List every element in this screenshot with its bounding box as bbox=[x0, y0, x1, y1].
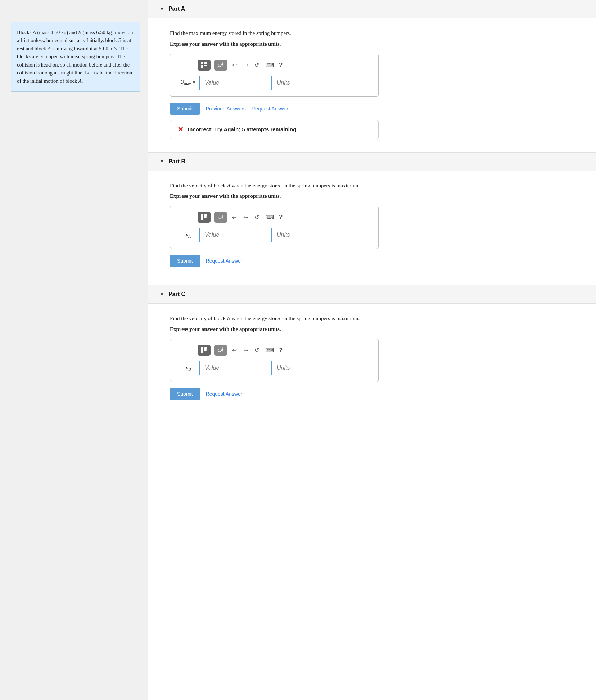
part-b-var-label: vA = bbox=[176, 232, 196, 238]
part-b-submit-button[interactable]: Submit bbox=[170, 255, 200, 267]
part-b-section: ▼ Part B Find the velocity of block A wh… bbox=[148, 153, 596, 286]
part-a-mu-button[interactable]: μÅ bbox=[214, 60, 227, 71]
part-b-toolbar: μÅ ↩ ↪ ↺ ⌨ ? bbox=[176, 212, 372, 223]
part-c-content: Find the velocity of block B when the en… bbox=[148, 304, 596, 418]
part-c-mu-button[interactable]: μÅ bbox=[214, 345, 227, 356]
svg-rect-11 bbox=[204, 350, 207, 351]
part-a-input-row: Umax = bbox=[176, 76, 372, 90]
svg-rect-3 bbox=[204, 65, 207, 66]
part-b-grid-button[interactable] bbox=[198, 212, 211, 223]
part-c-input-row: vB = bbox=[176, 361, 372, 375]
part-a-refresh-button[interactable]: ↺ bbox=[253, 61, 261, 69]
incorrect-message: Incorrect; Try Again; 5 attempts remaini… bbox=[188, 126, 296, 132]
part-b-answer-box: μÅ ↩ ↪ ↺ ⌨ ? vA = bbox=[170, 206, 379, 249]
part-c-grid-button[interactable] bbox=[198, 345, 211, 356]
part-a-previous-answers-button[interactable]: Previous Answers bbox=[206, 106, 246, 112]
svg-rect-6 bbox=[201, 217, 203, 220]
svg-rect-10 bbox=[201, 350, 203, 353]
part-a-title: Part A bbox=[168, 6, 185, 12]
part-b-express: Express your answer with the appropriate… bbox=[170, 193, 574, 199]
right-panel: ▼ Part A Find the maximum energy stored … bbox=[148, 0, 596, 700]
part-b-chevron-icon[interactable]: ▼ bbox=[160, 159, 164, 164]
part-a-redo-button[interactable]: ↪ bbox=[242, 61, 249, 69]
part-a-value-input[interactable] bbox=[199, 76, 271, 90]
grid-icon-c bbox=[200, 347, 208, 354]
mu-label-c: μÅ bbox=[218, 348, 224, 353]
part-c-redo-button[interactable]: ↪ bbox=[242, 346, 249, 354]
part-a-var-label: Umax = bbox=[176, 79, 196, 86]
part-c-header: ▼ Part C bbox=[148, 285, 596, 304]
part-c-undo-button[interactable]: ↩ bbox=[231, 346, 238, 354]
mu-label: μÅ bbox=[218, 63, 224, 67]
part-a-chevron-icon[interactable]: ▼ bbox=[160, 6, 164, 12]
part-c-value-input[interactable] bbox=[199, 361, 271, 375]
part-a-header: ▼ Part A bbox=[148, 0, 596, 18]
part-b-request-answer-button[interactable]: Request Answer bbox=[206, 258, 243, 264]
part-a-toolbar: μÅ ↩ ↪ ↺ ⌨ ? bbox=[176, 60, 372, 71]
part-b-units-input[interactable] bbox=[271, 228, 329, 242]
part-c-question: Find the velocity of block B when the en… bbox=[170, 314, 574, 323]
problem-text: Blocks A (mass 4.50 kg) and B (mass 6.50… bbox=[17, 28, 134, 85]
incorrect-x-icon: ✕ bbox=[177, 125, 184, 134]
part-b-action-row: Submit Request Answer bbox=[170, 255, 574, 267]
part-a-units-input[interactable] bbox=[271, 76, 329, 90]
part-a-submit-button[interactable]: Submit bbox=[170, 103, 200, 115]
svg-rect-1 bbox=[204, 62, 207, 64]
part-b-undo-button[interactable]: ↩ bbox=[231, 213, 238, 222]
part-b-refresh-button[interactable]: ↺ bbox=[253, 213, 261, 222]
part-c-toolbar: μÅ ↩ ↪ ↺ ⌨ ? bbox=[176, 345, 372, 356]
svg-rect-4 bbox=[201, 214, 203, 217]
part-b-title: Part B bbox=[168, 158, 185, 165]
svg-rect-2 bbox=[201, 65, 203, 68]
part-b-header: ▼ Part B bbox=[148, 153, 596, 171]
svg-rect-0 bbox=[201, 62, 203, 64]
svg-rect-5 bbox=[204, 214, 207, 217]
part-c-submit-button[interactable]: Submit bbox=[170, 388, 200, 400]
part-a-keyboard-button[interactable]: ⌨ bbox=[264, 61, 275, 69]
part-c-answer-box: μÅ ↩ ↪ ↺ ⌨ ? vB = bbox=[170, 339, 379, 382]
part-c-express: Express your answer with the appropriate… bbox=[170, 326, 574, 332]
part-c-keyboard-button[interactable]: ⌨ bbox=[264, 346, 275, 354]
part-c-refresh-button[interactable]: ↺ bbox=[253, 346, 261, 354]
svg-rect-9 bbox=[204, 347, 207, 350]
grid-icon bbox=[200, 62, 208, 69]
part-c-section: ▼ Part C Find the velocity of block B wh… bbox=[148, 285, 596, 418]
part-a-request-answer-button[interactable]: Request Answer bbox=[252, 106, 288, 112]
part-b-help-button[interactable]: ? bbox=[279, 214, 283, 221]
part-a-incorrect-box: ✕ Incorrect; Try Again; 5 attempts remai… bbox=[170, 120, 379, 139]
part-b-question: Find the velocity of block A when the en… bbox=[170, 182, 574, 190]
svg-rect-8 bbox=[201, 347, 203, 350]
part-a-express: Express your answer with the appropriate… bbox=[170, 41, 574, 47]
part-a-content: Find the maximum energy stored in the sp… bbox=[148, 18, 596, 152]
part-b-value-input[interactable] bbox=[199, 228, 271, 242]
part-b-input-row: vA = bbox=[176, 228, 372, 242]
part-a-undo-button[interactable]: ↩ bbox=[231, 61, 238, 69]
part-b-content: Find the velocity of block A when the en… bbox=[148, 171, 596, 285]
part-c-help-button[interactable]: ? bbox=[279, 347, 283, 354]
part-a-answer-box: μÅ ↩ ↪ ↺ ⌨ ? Umax = bbox=[170, 54, 379, 97]
problem-description: Blocks A (mass 4.50 kg) and B (mass 6.50… bbox=[11, 22, 140, 92]
mu-label-b: μÅ bbox=[218, 215, 224, 220]
svg-rect-7 bbox=[204, 217, 207, 218]
part-c-title: Part C bbox=[168, 291, 185, 297]
part-a-action-row: Submit Previous Answers Request Answer bbox=[170, 103, 574, 115]
part-c-action-row: Submit Request Answer bbox=[170, 388, 574, 400]
part-c-chevron-icon[interactable]: ▼ bbox=[160, 292, 164, 297]
part-c-units-input[interactable] bbox=[271, 361, 329, 375]
part-c-var-label: vB = bbox=[176, 364, 196, 371]
part-c-request-answer-button[interactable]: Request Answer bbox=[206, 391, 243, 397]
part-a-section: ▼ Part A Find the maximum energy stored … bbox=[148, 0, 596, 153]
grid-icon-b bbox=[200, 214, 208, 221]
part-a-grid-button[interactable] bbox=[198, 60, 211, 71]
part-a-question: Find the maximum energy stored in the sp… bbox=[170, 29, 574, 37]
part-a-help-button[interactable]: ? bbox=[279, 62, 283, 69]
part-b-redo-button[interactable]: ↪ bbox=[242, 213, 249, 222]
part-b-mu-button[interactable]: μÅ bbox=[214, 212, 227, 223]
part-b-keyboard-button[interactable]: ⌨ bbox=[264, 213, 275, 222]
left-panel: Blocks A (mass 4.50 kg) and B (mass 6.50… bbox=[0, 0, 148, 700]
